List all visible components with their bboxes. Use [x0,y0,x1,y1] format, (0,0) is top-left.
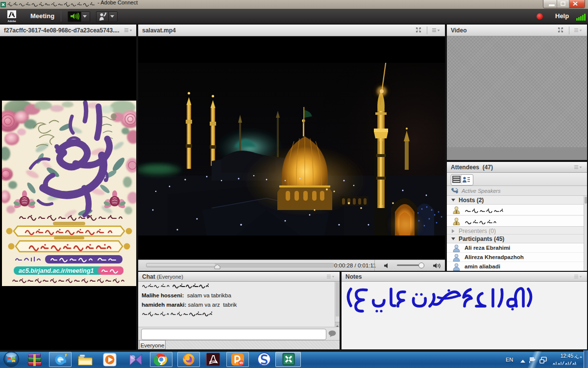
svg-text:ac5.birjand.ac.ir/meeting1: ac5.birjand.ac.ir/meeting1 [19,267,94,274]
svg-text:Adobe: Adobe [7,20,16,23]
svg-text:95: 95 [239,361,243,365]
